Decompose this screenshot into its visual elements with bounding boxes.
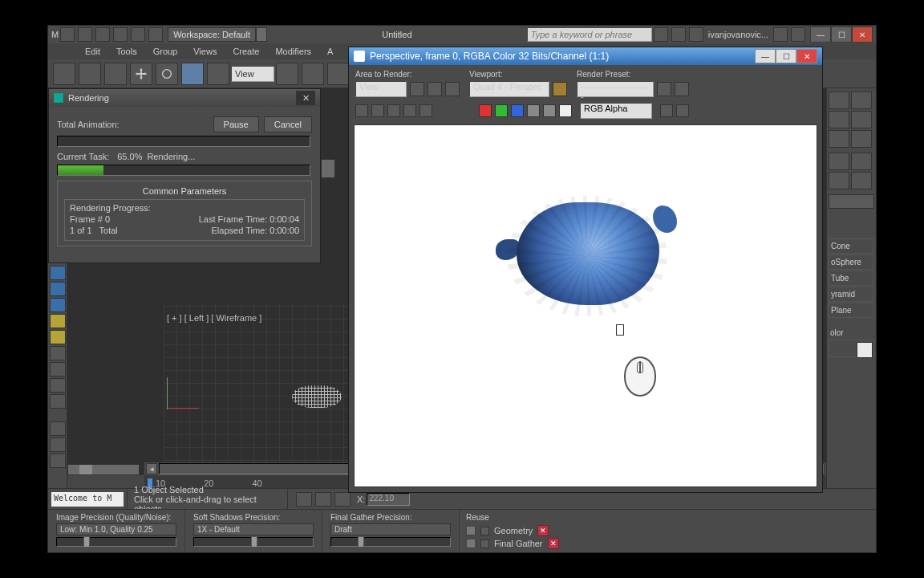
lt-3[interactable]: [50, 378, 66, 393]
red-channel-toggle[interactable]: [479, 104, 492, 117]
dialog-close-button[interactable]: ✕: [296, 91, 315, 105]
menu-modifiers[interactable]: Modifiers: [275, 47, 311, 56]
render-output[interactable]: [354, 124, 817, 487]
hierarchy-icon[interactable]: [50, 314, 66, 328]
viewport-scrollbar[interactable]: [67, 464, 140, 475]
menu-tools[interactable]: Tools: [116, 47, 137, 56]
scene-explorer-flyout-icon[interactable]: [321, 159, 335, 178]
menu-views[interactable]: Views: [193, 47, 217, 56]
lt-1[interactable]: [50, 346, 66, 360]
image-precision-slider[interactable]: [56, 537, 176, 547]
env-icon[interactable]: [675, 82, 689, 96]
display-icon[interactable]: [50, 282, 66, 296]
help-icon[interactable]: [791, 27, 805, 42]
tab-modify-icon[interactable]: [851, 92, 872, 109]
lock-fg-icon[interactable]: [466, 539, 476, 548]
vfb-maximize-button[interactable]: ☐: [776, 49, 796, 63]
chk-geometry[interactable]: [480, 527, 489, 535]
open-icon[interactable]: [78, 27, 92, 42]
overlay-toggle-icon[interactable]: [660, 104, 673, 117]
print-icon[interactable]: [403, 104, 416, 117]
blue-channel-toggle[interactable]: [511, 104, 524, 117]
save-image-icon[interactable]: [355, 104, 368, 117]
undo-icon[interactable]: [113, 27, 128, 42]
subcat-3-icon[interactable]: [829, 172, 849, 189]
alpha-toggle[interactable]: [527, 104, 540, 117]
vfb-minimize-button[interactable]: —: [755, 49, 776, 63]
menu-anim[interactable]: A: [327, 47, 333, 56]
search-input[interactable]: [527, 27, 652, 42]
move-icon[interactable]: [130, 63, 152, 85]
tab-create-icon[interactable]: [829, 92, 849, 109]
mono-toggle[interactable]: [543, 104, 556, 117]
refcoord-dropdown[interactable]: View: [231, 66, 274, 82]
scale-icon[interactable]: [181, 63, 204, 85]
signin-icon[interactable]: [689, 27, 703, 42]
close-button[interactable]: ✕: [852, 26, 873, 43]
subcat-2-icon[interactable]: [851, 153, 872, 170]
maxscript-listener[interactable]: Welcome to M: [51, 492, 124, 507]
menu-edit[interactable]: Edit: [85, 47, 100, 56]
isolate-icon[interactable]: [315, 492, 331, 507]
vfb-close-button[interactable]: ✕: [796, 49, 817, 63]
sel-lock-icon[interactable]: [334, 492, 351, 507]
cp-header[interactable]: Common Parameters: [64, 186, 305, 196]
manip-icon[interactable]: [302, 63, 324, 85]
favorites-icon[interactable]: [671, 27, 686, 42]
tab-hierarchy-icon[interactable]: [829, 111, 849, 128]
area-dropdown[interactable]: View: [355, 81, 407, 97]
bg-toggle[interactable]: [559, 104, 572, 117]
fg-slider[interactable]: [330, 537, 451, 547]
refcoord-icon[interactable]: [207, 63, 229, 85]
prev-frame-icon[interactable]: ◂: [146, 463, 157, 474]
select-filter-icon[interactable]: [53, 63, 75, 85]
coord-x-field[interactable]: 222.10: [367, 493, 410, 506]
lt-7[interactable]: [50, 454, 66, 468]
chk-finalgather[interactable]: [480, 539, 489, 548]
menu-create[interactable]: Create: [233, 47, 259, 56]
redo-icon[interactable]: [131, 27, 145, 42]
wireframe-object[interactable]: [292, 385, 342, 408]
subcat-1-icon[interactable]: [829, 153, 849, 170]
render-setup-icon[interactable]: [657, 82, 671, 96]
lt-4[interactable]: [50, 394, 66, 409]
btn-geosphere[interactable]: oSphere: [829, 254, 874, 270]
layer-icon[interactable]: [50, 266, 66, 280]
clear-icon[interactable]: [419, 104, 432, 117]
btn-plane[interactable]: Plane: [829, 303, 874, 318]
subcat-4-icon[interactable]: [851, 172, 872, 189]
copy-image-icon[interactable]: [371, 104, 384, 117]
workspace-chevron-icon[interactable]: [256, 27, 267, 42]
snap-icon[interactable]: [327, 63, 350, 85]
app-logo[interactable]: M: [51, 30, 59, 39]
lt-2[interactable]: [50, 362, 66, 377]
btn-tube[interactable]: Tube: [829, 271, 874, 286]
lt-5[interactable]: [50, 421, 66, 436]
viewport-dropdown[interactable]: Quad 4 - Perspec: [469, 81, 549, 97]
preset-dropdown[interactable]: ------------------------: [577, 81, 654, 97]
save-icon[interactable]: [95, 27, 110, 42]
channel-dropdown[interactable]: RGB Alpha: [580, 103, 652, 119]
tab-utilities-icon[interactable]: [851, 130, 872, 148]
fg-delete-button[interactable]: ✕: [548, 538, 559, 549]
rotate-icon[interactable]: [156, 63, 178, 85]
geom-delete-button[interactable]: ✕: [537, 525, 549, 536]
link-icon[interactable]: [148, 27, 163, 42]
minimize-button[interactable]: —: [810, 26, 831, 43]
cancel-button[interactable]: Cancel: [264, 116, 312, 132]
lock-sel-icon[interactable]: [296, 492, 312, 507]
color-swatch[interactable]: [857, 342, 873, 358]
viewport-label[interactable]: [ + ] [ Left ] [ Wireframe ]: [167, 313, 261, 323]
shadows-slider[interactable]: [193, 537, 314, 547]
lock-geom-icon[interactable]: [466, 526, 476, 535]
pause-button[interactable]: Pause: [213, 116, 259, 132]
split-toggle-icon[interactable]: [676, 104, 689, 117]
category-dropdown[interactable]: [829, 194, 874, 209]
btn-pyramid[interactable]: yramid: [829, 287, 874, 302]
exchange-icon[interactable]: [773, 27, 788, 42]
infocenter-icon[interactable]: [654, 27, 668, 42]
workspace-dropdown[interactable]: Workspace: Default: [168, 27, 256, 42]
select-window-icon[interactable]: [104, 63, 127, 85]
menu-group[interactable]: Group: [153, 47, 178, 56]
maximize-button[interactable]: ☐: [831, 26, 852, 43]
